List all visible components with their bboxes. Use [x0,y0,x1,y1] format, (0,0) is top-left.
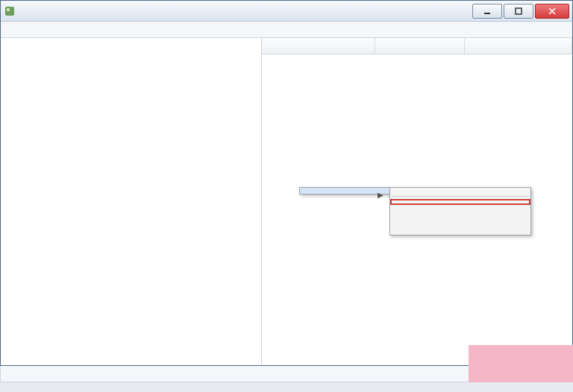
tree-pane[interactable] [1,38,262,365]
col-name[interactable] [262,38,375,54]
ctx-new[interactable] [300,188,389,194]
col-type[interactable] [375,38,465,54]
col-data[interactable] [465,38,572,54]
svg-line-5 [549,8,555,14]
menu-edit[interactable] [17,28,29,31]
context-menu[interactable] [299,187,390,195]
ctx-new-multistr[interactable] [390,223,530,229]
ctx-new-dword32[interactable] [390,211,530,217]
menu-help[interactable] [57,28,69,31]
maximize-button[interactable] [504,4,533,19]
regedit-window [0,0,573,366]
client-area [1,38,572,365]
menubar [1,22,572,38]
ctx-new-expstr[interactable] [390,229,530,235]
ctx-new-string[interactable] [390,199,530,205]
svg-rect-1 [7,8,10,11]
app-icon [4,5,16,17]
menu-favorites[interactable] [44,28,56,31]
svg-rect-3 [516,8,522,14]
minimize-button[interactable] [472,4,502,19]
context-submenu-new[interactable] [389,187,531,235]
menu-file[interactable] [4,28,16,31]
ctx-new-binary[interactable] [390,205,530,211]
close-button[interactable] [535,4,569,19]
pink-overlay [469,345,573,382]
list-pane[interactable] [262,38,572,365]
titlebar[interactable] [1,1,572,22]
ctx-new-qword64[interactable] [390,217,530,223]
menu-view[interactable] [31,28,43,31]
ctx-new-key[interactable] [390,188,530,194]
svg-line-4 [549,8,555,14]
ctx-separator [392,196,529,197]
list-header [262,38,572,54]
